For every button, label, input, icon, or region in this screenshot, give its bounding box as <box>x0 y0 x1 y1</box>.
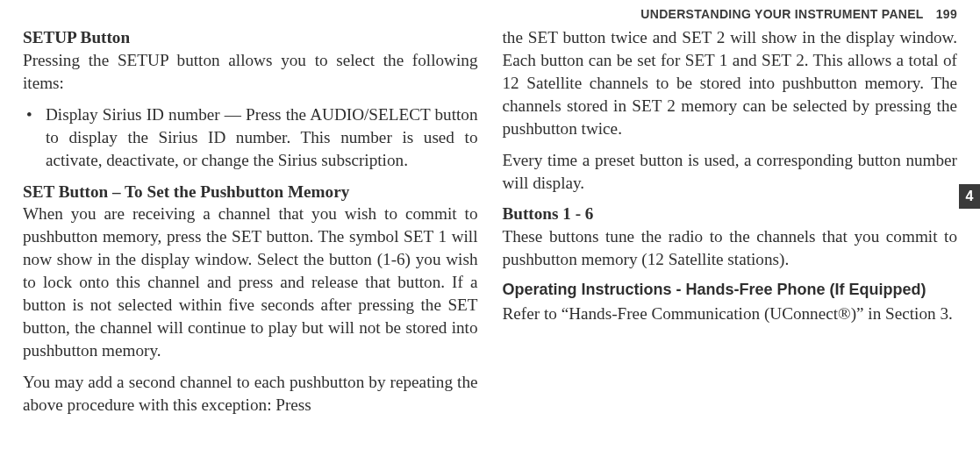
handsfree-heading: Operating Instructions - Hands-Free Phon… <box>503 280 958 300</box>
set-body-2: You may add a second channel to each pus… <box>23 371 478 417</box>
section-title: UNDERSTANDING YOUR INSTRUMENT PANEL <box>640 7 923 21</box>
handsfree-body: Refer to “Hands-Free Communication (UCon… <box>503 303 958 325</box>
list-item: Display Sirius ID number — Press the AUD… <box>26 103 478 172</box>
page-number: 199 <box>936 7 957 21</box>
preset-note: Every time a preset button is used, a co… <box>503 149 958 195</box>
buttons-block: Buttons 1 - 6 These buttons tune the rad… <box>503 203 958 271</box>
setup-intro: Pressing the SETUP button allows you to … <box>23 51 477 92</box>
manual-page: UNDERSTANDING YOUR INSTRUMENT PANEL 199 … <box>0 0 980 456</box>
section-tab: 4 <box>959 184 980 209</box>
setup-heading: SETUP Button <box>23 28 130 46</box>
set-continued: the SET button twice and SET 2 will show… <box>503 26 958 140</box>
setup-heading-block: SETUP Button Pressing the SETUP button a… <box>23 26 478 95</box>
page-header: UNDERSTANDING YOUR INSTRUMENT PANEL 199 <box>23 7 957 21</box>
right-column: the SET button twice and SET 2 will show… <box>503 26 958 425</box>
setup-list: Display Sirius ID number — Press the AUD… <box>23 103 478 172</box>
buttons-body: These buttons tune the radio to the chan… <box>503 227 958 268</box>
set-body-1: When you are receiving a channel that yo… <box>23 204 478 360</box>
set-button-block: SET Button – To Set the Pushbutton Memor… <box>23 181 478 362</box>
set-heading: SET Button – To Set the Pushbutton Memor… <box>23 182 349 201</box>
content-columns: SETUP Button Pressing the SETUP button a… <box>23 26 957 425</box>
buttons-heading: Buttons 1 - 6 <box>503 204 594 223</box>
left-column: SETUP Button Pressing the SETUP button a… <box>23 26 478 425</box>
